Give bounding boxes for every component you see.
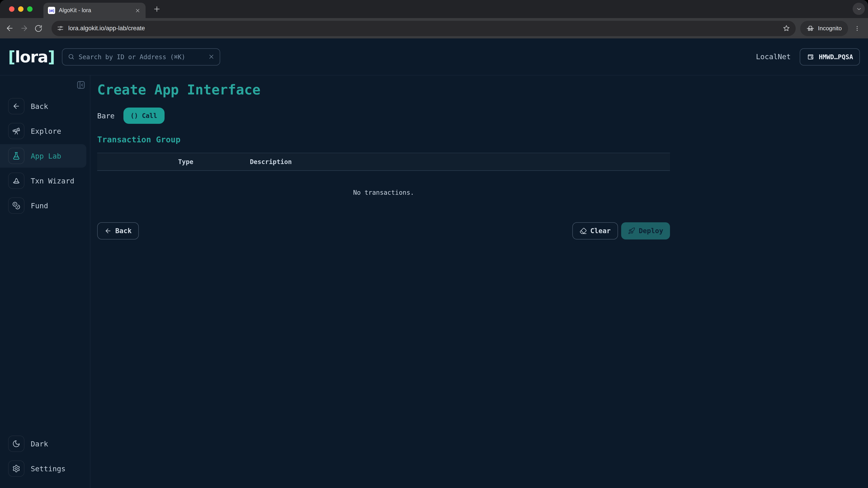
sidebar-item-explore[interactable]: Explore [0, 123, 90, 139]
header-right: LocalNet HMWD…PQSA [756, 48, 860, 65]
table-empty-state: No transactions. [97, 171, 670, 213]
search-clear-icon[interactable] [209, 54, 214, 60]
back-button[interactable]: Back [97, 222, 139, 239]
sidebar-item-label: App Lab [31, 152, 61, 160]
back-nav-icon[interactable] [2, 21, 17, 35]
sidebar-item-label: Fund [31, 201, 48, 210]
toggle-option-call[interactable]: () Call [123, 107, 164, 124]
toggle-option-bare[interactable]: Bare [97, 111, 115, 120]
window-close-button[interactable] [9, 6, 14, 12]
url-text[interactable]: lora.algokit.io/app-lab/create [68, 25, 778, 32]
forward-nav-icon[interactable] [17, 21, 31, 35]
sidebar-item-label: Dark [31, 440, 48, 448]
sidebar-collapse-icon[interactable] [76, 80, 86, 90]
table-header-row: Type Description [97, 153, 670, 171]
url-bar[interactable]: lora.algokit.io/app-lab/create [52, 21, 796, 36]
network-label: LocalNet [756, 53, 791, 61]
transaction-table: Type Description No transactions. [97, 153, 670, 213]
sidebar-nav: Back Explore App Lab [0, 98, 90, 214]
app-header: [lora] LocalNet HMWD…PQSA [0, 38, 868, 75]
tab-favicon: [ak] [48, 7, 55, 14]
app-root: [lora] LocalNet HMWD…PQSA [0, 38, 868, 488]
incognito-badge: Incognito [800, 21, 848, 36]
sidebar-item-txn-wizard[interactable]: Txn Wizard [0, 173, 90, 189]
telescope-icon [8, 123, 24, 139]
eraser-icon [579, 227, 587, 234]
search-input[interactable] [79, 53, 204, 60]
arrow-left-icon [104, 227, 112, 234]
browser-tab[interactable]: [ak] AlgoKit - lora [43, 3, 146, 18]
browser-window: [ak] AlgoKit - lora lora.algokit.io/a [0, 0, 868, 488]
tab-title: AlgoKit - lora [59, 7, 130, 13]
app-body: Back Explore App Lab [0, 75, 868, 488]
coins-icon [8, 197, 24, 214]
clear-button[interactable]: Clear [572, 222, 618, 239]
wallet-address: HMWD…PQSA [819, 53, 853, 60]
logo-name: lora [15, 48, 48, 66]
gear-icon [8, 460, 24, 477]
browser-menu-icon[interactable] [851, 22, 864, 35]
tab-close-icon[interactable] [134, 7, 141, 14]
search-box[interactable] [62, 48, 220, 65]
sidebar-item-label: Back [31, 102, 48, 110]
browser-toolbar: lora.algokit.io/app-lab/create Incognito [0, 18, 868, 38]
clear-button-label: Clear [590, 227, 611, 235]
arrow-left-icon [8, 98, 24, 114]
window-zoom-button[interactable] [27, 6, 33, 12]
wallet-icon [807, 53, 815, 61]
sidebar-footer: Dark Settings [0, 435, 90, 477]
wizard-hat-icon [8, 173, 24, 189]
incognito-label: Incognito [818, 25, 842, 32]
sidebar-item-theme-toggle[interactable]: Dark [0, 435, 90, 452]
new-tab-button[interactable] [153, 5, 161, 13]
column-header-type: Type [178, 158, 193, 165]
section-title: Transaction Group [97, 135, 868, 144]
tab-search-button[interactable] [852, 3, 865, 15]
column-header-description: Description [250, 158, 291, 165]
window-controls [9, 6, 33, 12]
sidebar-item-label: Txn Wizard [31, 176, 74, 185]
site-settings-icon[interactable] [57, 25, 64, 32]
moon-icon [8, 435, 24, 452]
sidebar-item-settings[interactable]: Settings [0, 460, 90, 477]
actions-row: Back Clear Deploy [97, 222, 670, 239]
logo-bracket-open: [ [8, 48, 15, 66]
logo-bracket-close: ] [48, 48, 55, 66]
page-title: Create App Interface [97, 82, 868, 98]
tab-strip: [ak] AlgoKit - lora [0, 0, 868, 18]
flask-icon [8, 148, 24, 164]
sidebar-item-label: Explore [31, 127, 61, 135]
reload-icon[interactable] [31, 21, 46, 35]
bookmark-star-icon[interactable] [782, 24, 790, 32]
window-minimize-button[interactable] [18, 6, 24, 12]
sidebar-item-fund[interactable]: Fund [0, 197, 90, 214]
wallet-button[interactable]: HMWD…PQSA [800, 48, 860, 65]
sidebar: Back Explore App Lab [0, 75, 90, 488]
rocket-icon [628, 227, 635, 234]
incognito-icon [807, 24, 814, 32]
search-icon [68, 53, 74, 60]
back-button-label: Back [115, 227, 131, 235]
main-content: Create App Interface Bare () Call Transa… [90, 75, 868, 488]
deploy-button-label: Deploy [639, 227, 663, 235]
deploy-button[interactable]: Deploy [621, 222, 670, 239]
call-type-toggle: Bare () Call [97, 107, 868, 124]
sidebar-item-app-lab[interactable]: App Lab [0, 148, 90, 164]
sidebar-item-label: Settings [31, 464, 66, 473]
sidebar-item-back[interactable]: Back [0, 98, 90, 114]
lora-logo[interactable]: [lora] [8, 48, 55, 66]
